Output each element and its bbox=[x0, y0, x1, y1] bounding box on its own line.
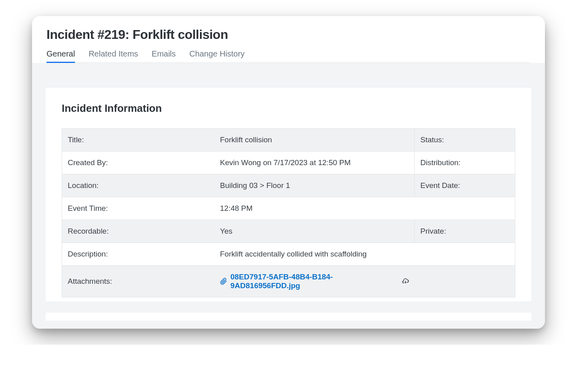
row-created-by: Created By: Kevin Wong on 7/17/2023 at 1… bbox=[62, 152, 515, 174]
label-event-date: Event Date: bbox=[415, 174, 515, 197]
empty-cell bbox=[415, 197, 515, 220]
label-created-by: Created By: bbox=[62, 152, 214, 174]
tab-general[interactable]: General bbox=[46, 49, 75, 63]
value-attachments: 08ED7917-5AFB-48B4-B184-9AD816956FDD.jpg bbox=[214, 266, 415, 297]
row-event-time: Event Time: 12:48 PM bbox=[62, 197, 515, 220]
page-header: Incident #219: Forklift collision Genera… bbox=[32, 16, 545, 63]
row-attachments: Attachments: 08ED7917-5AFB-48B4-B184-9AD… bbox=[62, 266, 515, 297]
incident-detail-window: Incident #219: Forklift collision Genera… bbox=[32, 16, 545, 329]
label-attachments: Attachments: bbox=[62, 266, 214, 297]
next-card-peek bbox=[46, 313, 531, 321]
row-location: Location: Building 03 > Floor 1 Event Da… bbox=[62, 174, 515, 197]
paperclip-icon bbox=[220, 278, 227, 285]
page-title: Incident #219: Forklift collision bbox=[46, 27, 531, 42]
value-title: Forklift collision bbox=[214, 129, 415, 151]
label-title: Title: bbox=[62, 129, 214, 151]
empty-cell-2 bbox=[415, 243, 515, 265]
attachment-filename: 08ED7917-5AFB-48B4-B184-9AD816956FDD.jpg bbox=[230, 273, 400, 290]
row-title: Title: Forklift collision Status: bbox=[62, 129, 515, 152]
download-icon[interactable] bbox=[402, 278, 409, 285]
label-distribution: Distribution: bbox=[415, 152, 515, 174]
tab-bar: General Related Items Emails Change Hist… bbox=[46, 49, 531, 63]
label-recordable: Recordable: bbox=[62, 220, 214, 242]
label-description: Description: bbox=[62, 243, 214, 265]
incident-info-table: Title: Forklift collision Status: Create… bbox=[62, 128, 515, 297]
label-private: Private: bbox=[415, 220, 515, 242]
row-description: Description: Forklift accidentally colli… bbox=[62, 243, 515, 266]
tab-change-history[interactable]: Change History bbox=[190, 49, 245, 63]
incident-info-card: Incident Information Title: Forklift col… bbox=[46, 88, 531, 301]
page-body: Incident Information Title: Forklift col… bbox=[32, 63, 545, 329]
row-recordable: Recordable: Yes Private: bbox=[62, 220, 515, 243]
value-created-by: Kevin Wong on 7/17/2023 at 12:50 PM bbox=[214, 152, 415, 174]
label-event-time: Event Time: bbox=[62, 197, 214, 220]
tab-emails[interactable]: Emails bbox=[152, 49, 176, 63]
section-title: Incident Information bbox=[62, 102, 515, 115]
tab-related-items[interactable]: Related Items bbox=[89, 49, 138, 63]
value-description: Forklift accidentally collided with scaf… bbox=[214, 243, 415, 265]
attachment-link[interactable]: 08ED7917-5AFB-48B4-B184-9AD816956FDD.jpg bbox=[220, 273, 400, 290]
empty-cell-3 bbox=[415, 266, 515, 297]
value-location: Building 03 > Floor 1 bbox=[214, 174, 415, 197]
label-status: Status: bbox=[415, 129, 515, 151]
value-event-time: 12:48 PM bbox=[214, 197, 415, 220]
value-recordable: Yes bbox=[214, 220, 415, 242]
label-location: Location: bbox=[62, 174, 214, 197]
